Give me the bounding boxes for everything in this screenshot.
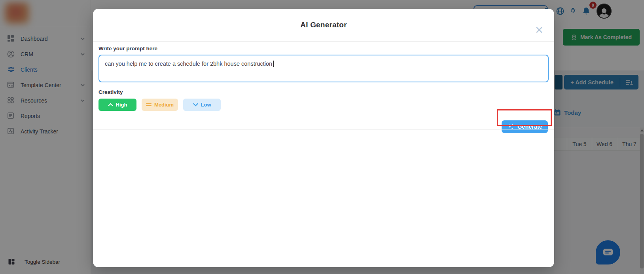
app-window: 9 Dashboard CRM bbox=[0, 0, 644, 274]
creativity-label: Creativity bbox=[98, 89, 549, 95]
generate-row: Generate bbox=[98, 111, 549, 135]
creativity-low-label: Low bbox=[201, 102, 211, 108]
creativity-medium-button[interactable]: Medium bbox=[142, 99, 178, 111]
ai-generator-modal: AI Generator ✕ Write your prompt here ca… bbox=[93, 9, 554, 267]
creativity-options: High Medium Low bbox=[98, 99, 549, 111]
chevron-down-icon bbox=[193, 103, 198, 107]
modal-title: AI Generator bbox=[300, 21, 347, 29]
creativity-medium-label: Medium bbox=[154, 102, 174, 108]
equals-icon bbox=[146, 103, 152, 107]
text-caret bbox=[273, 61, 274, 67]
prompt-input[interactable]: can you help me to create a schedule for… bbox=[98, 55, 549, 82]
modal-body-divider bbox=[93, 129, 554, 129]
chevron-up-icon bbox=[108, 103, 113, 107]
creativity-high-label: High bbox=[116, 102, 127, 108]
creativity-low-button[interactable]: Low bbox=[183, 99, 221, 111]
prompt-text: can you help me to create a schedule for… bbox=[105, 61, 272, 67]
modal-header: AI Generator ✕ bbox=[93, 9, 554, 42]
close-icon[interactable]: ✕ bbox=[533, 24, 546, 36]
generate-button[interactable]: Generate bbox=[502, 120, 548, 133]
prompt-label: Write your prompt here bbox=[98, 46, 549, 51]
creativity-high-button[interactable]: High bbox=[98, 99, 136, 111]
